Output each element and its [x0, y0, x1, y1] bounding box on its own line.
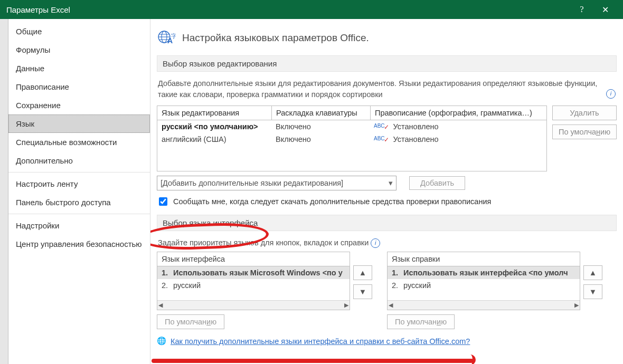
abc-check-icon: ABC: [374, 123, 390, 128]
more-languages-link[interactable]: Как получить дополнительные языки интерф…: [171, 337, 470, 346]
editing-description: Добавьте дополнительные языки для редакт…: [157, 78, 617, 106]
move-up-button[interactable]: ▲: [353, 265, 372, 280]
ui-language-list[interactable]: 1.Использовать язык Microsoft Windows <п…: [157, 266, 350, 310]
notify-checkbox-row[interactable]: Сообщать мне, когда следует скачать допо…: [157, 196, 617, 207]
abc-check-icon: ABC: [374, 136, 390, 141]
globe-icon: 🌐: [157, 337, 166, 346]
add-button[interactable]: Добавить: [409, 176, 465, 190]
language-globe-icon: A字: [157, 27, 176, 48]
sidebar: Общие Формулы Данные Правописание Сохран…: [8, 19, 150, 364]
move-down-button[interactable]: ▼: [583, 284, 602, 299]
sidebar-item-customize-ribbon[interactable]: Настроить ленту: [8, 175, 150, 193]
table-row[interactable]: русский <по умолчанию> Включено ABCУстан…: [157, 120, 546, 133]
annotation-underline: [152, 359, 474, 363]
help-language-list[interactable]: 1.Использовать язык интерфейса <по умолч…: [387, 266, 580, 310]
svg-text:字: 字: [171, 33, 176, 39]
ui-set-default-button[interactable]: По умолчанию: [157, 314, 224, 329]
horizontal-scrollbar[interactable]: ◀▶: [157, 300, 350, 310]
list-item[interactable]: 2.русский: [388, 279, 580, 292]
sidebar-item-formulas[interactable]: Формулы: [8, 41, 150, 59]
sidebar-item-accessibility[interactable]: Специальные возможности: [8, 133, 150, 151]
ui-language-label: Язык интерфейса: [157, 252, 350, 266]
sidebar-item-trust-center[interactable]: Центр управления безопасностью: [8, 235, 150, 253]
sidebar-item-qat[interactable]: Панель быстрого доступа: [8, 193, 150, 212]
section-editing-languages: Выбор языков редактирования: [157, 55, 617, 72]
sidebar-item-language[interactable]: Язык: [8, 114, 150, 133]
move-up-button[interactable]: ▲: [583, 265, 602, 280]
section-display-language: Выбор языка интерфейса: [157, 215, 617, 231]
horizontal-scrollbar[interactable]: ◀▶: [388, 300, 580, 310]
remove-button[interactable]: Удалить: [552, 106, 617, 120]
notify-checkbox[interactable]: [159, 197, 167, 206]
display-description: Задайте приоритеты языков для кнопок, вк…: [157, 237, 617, 252]
col-language: Язык редактирования: [157, 106, 272, 120]
sidebar-item-general[interactable]: Общие: [8, 22, 150, 41]
options-dialog: Параметры Excel ? ✕ Общие Формулы Данные…: [0, 0, 623, 364]
help-language-label: Язык справки: [387, 252, 580, 266]
help-button[interactable]: ?: [570, 0, 593, 19]
info-icon[interactable]: i: [606, 89, 616, 99]
sidebar-item-addins[interactable]: Надстройки: [8, 216, 150, 235]
col-layout: Раскладка клавиатуры: [272, 106, 371, 120]
move-down-button[interactable]: ▼: [353, 284, 372, 299]
info-icon[interactable]: i: [371, 238, 380, 248]
close-button[interactable]: ✕: [593, 0, 617, 19]
help-set-default-button[interactable]: По умолчанию: [387, 314, 455, 329]
list-item[interactable]: 1.Использовать язык Microsoft Windows <п…: [157, 266, 350, 279]
table-row[interactable]: английский (США) Включено ABCУстановлено: [157, 133, 546, 146]
sidebar-item-data[interactable]: Данные: [8, 59, 150, 78]
set-default-button[interactable]: По умолчанию: [552, 124, 617, 139]
sidebar-item-advanced[interactable]: Дополнительно: [8, 151, 150, 170]
editing-language-table: Язык редактирования Раскладка клавиатуры…: [157, 106, 547, 171]
add-language-combo[interactable]: [Добавить дополнительные языки редактиро…: [157, 176, 397, 190]
page-title: Настройка языковых параметров Office.: [182, 32, 369, 44]
col-spelling: Правописание (орфография, грамматика…): [371, 106, 546, 120]
main-panel: A字 Настройка языковых параметров Office.…: [150, 19, 623, 364]
titlebar: Параметры Excel ? ✕: [0, 0, 623, 19]
window-title: Параметры Excel: [6, 5, 70, 14]
list-item[interactable]: 1.Использовать язык интерфейса <по умолч: [388, 266, 580, 279]
left-app-edge: [0, 19, 8, 364]
list-item[interactable]: 2.русский: [157, 279, 350, 292]
sidebar-item-proofing[interactable]: Правописание: [8, 78, 150, 96]
sidebar-item-save[interactable]: Сохранение: [8, 96, 150, 114]
chevron-down-icon: ▾: [389, 179, 393, 187]
